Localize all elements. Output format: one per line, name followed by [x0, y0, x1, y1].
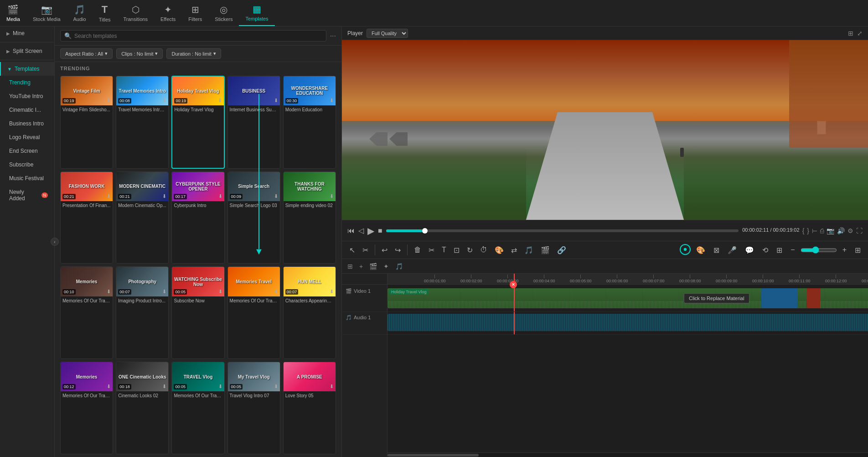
search-input[interactable]	[74, 33, 322, 39]
scrollbar-thumb[interactable]	[388, 454, 479, 457]
template-card-11[interactable]: Photography 00:07 ⬇ Imaging Product Intr…	[116, 266, 169, 359]
template-card-0[interactable]: Vintage Film 00:19 ⬇ Vintage Film Slides…	[60, 76, 113, 169]
timeline-scrollbar[interactable]	[388, 452, 868, 457]
template-card-17[interactable]: TRAVEL Vlog 00:05 ⬇ Memories Of Our Trav…	[171, 362, 224, 454]
toolbar-item-stock[interactable]: 📷 Stock Media	[26, 0, 67, 26]
color-btn[interactable]: 🎨	[492, 244, 506, 256]
sidebar-item-logo[interactable]: Logo Reveal	[0, 130, 54, 144]
blue-segment[interactable]	[761, 288, 798, 308]
motion-btn[interactable]: ⟲	[760, 244, 771, 256]
template-card-10[interactable]: Memories 00:10 ⬇ Memories Of Our Trav...	[60, 266, 113, 359]
record-btn[interactable]: ⏺	[680, 244, 691, 255]
subtitle-btn[interactable]: 💬	[742, 244, 757, 256]
mic-btn[interactable]: 🎤	[725, 244, 739, 256]
cut-btn[interactable]: ✂	[426, 244, 437, 256]
search-box[interactable]: 🔍	[60, 30, 326, 42]
mask-btn[interactable]: ⊠	[711, 244, 722, 256]
toolbar-item-media[interactable]: 🎬 Media	[0, 0, 26, 26]
progress-bar[interactable]	[386, 229, 739, 232]
stop-btn[interactable]: ■	[378, 227, 382, 235]
insert-btn[interactable]: ⊢	[812, 227, 817, 234]
tl-tool1[interactable]: ⊞	[346, 262, 355, 271]
toolbar-item-effects[interactable]: ✦ Effects	[154, 0, 182, 26]
template-card-9[interactable]: THANKS FOR WATCHING ⬇ Simple ending vide…	[283, 171, 336, 264]
sidebar-collapse-btn[interactable]: ‹	[51, 238, 59, 246]
undo-btn[interactable]: ↩	[379, 244, 390, 256]
timeline-tracks-area[interactable]: 00:00:01:0000:00:02:0000:00:03:0000:00:0…	[388, 274, 868, 457]
red-segment[interactable]	[807, 288, 821, 308]
toolbar-item-templates[interactable]: ▦ Templates	[239, 0, 274, 26]
audio-track-row[interactable]	[388, 312, 868, 335]
crop-btn[interactable]: ⊡	[451, 244, 462, 256]
text-btn[interactable]: T	[439, 244, 449, 256]
sidebar-item-youtube[interactable]: YouTube Intro	[0, 89, 54, 103]
sidebar-item-business[interactable]: Business Intro	[0, 117, 54, 130]
template-card-15[interactable]: Memories 00:12 ⬇ Memories Of Our Trav...	[60, 362, 113, 454]
sidebar-item-templates[interactable]: ▼ Templates	[0, 62, 54, 76]
sidebar-item-subscribe[interactable]: Subscribe	[0, 158, 54, 171]
template-card-18[interactable]: My Travel Vlog 00:05 ⬇ Travel Vlog Intro…	[227, 362, 280, 454]
template-card-14[interactable]: HUN MELL 00:07 ⬇ Characters Appearing ..…	[283, 266, 336, 359]
zoom-in-btn[interactable]: +	[840, 244, 849, 256]
template-card-4[interactable]: WONDERSHARE EDUCATION 00:30 ⬇ Modern Edu…	[283, 76, 336, 169]
template-card-1[interactable]: Travel Memories Intro 00:08 ⬇ Travel Mem…	[116, 76, 169, 169]
video-btn[interactable]: 🎬	[538, 244, 553, 256]
template-card-3[interactable]: BUSINESS ⬇ Internet Business Sum...	[227, 76, 280, 169]
link-btn[interactable]: 🔗	[554, 244, 569, 256]
clips-filter[interactable]: Clips : No limit ▾	[116, 48, 163, 59]
audio-clip[interactable]	[388, 314, 868, 331]
sidebar-item-endscreen[interactable]: End Screen	[0, 144, 54, 158]
speed-btn[interactable]: ⏱	[477, 244, 490, 256]
sidebar-item-trending[interactable]: Trending	[0, 76, 54, 89]
sidebar-item-newly[interactable]: Newly Added N	[0, 185, 54, 205]
fullscreen-btn[interactable]: ⛶	[856, 227, 863, 234]
toolbar-item-filters[interactable]: ⊞ Filters	[182, 0, 208, 26]
template-card-16[interactable]: ONE Cinematic Looks 00:18 ⬇ Cinematic Lo…	[116, 362, 169, 454]
tl-audio-btn[interactable]: 🎵	[393, 262, 405, 271]
aspect-ratio-filter[interactable]: Aspect Ratio : All ▾	[60, 48, 113, 59]
mark-out-btn[interactable]: }	[807, 227, 809, 234]
template-card-6[interactable]: MODERN CINEMATIC 00:21 ⬇ Modern Cinemati…	[116, 171, 169, 264]
skip-back-btn[interactable]: ⏮	[347, 227, 355, 235]
zoom-slider[interactable]	[801, 244, 837, 256]
toolbar-item-transitions[interactable]: ⬡ Transitions	[117, 0, 154, 26]
sidebar-item-split[interactable]: ▶ Split Screen	[0, 44, 54, 58]
tl-video-btn[interactable]: 🎬	[367, 262, 379, 271]
video-track-row[interactable]: ✕ Holiday Travel Vlog Click to Replace M…	[388, 285, 868, 312]
template-card-7[interactable]: CYBERPUNK STYLE OPENER 00:17 ⬇ Cyberpunk…	[171, 171, 224, 264]
player-fullscreen-btn[interactable]: ⤢	[857, 30, 863, 37]
sidebar-item-mine[interactable]: ▶ Mine	[0, 26, 54, 40]
player-layout-btn[interactable]: ⊞	[848, 30, 853, 37]
screenshot-btn[interactable]: 📷	[827, 227, 834, 234]
settings-btn[interactable]: ⚙	[847, 227, 853, 234]
color-grade-btn[interactable]: 🎨	[693, 244, 708, 256]
grid-btn[interactable]: ⊞	[852, 244, 863, 256]
template-card-8[interactable]: Simple Search 00:09 ⬇ Simple Search Logo…	[227, 171, 280, 264]
mark-in-btn[interactable]: {	[802, 227, 805, 234]
sidebar-item-cinematic[interactable]: Cinematic I...	[0, 103, 54, 117]
duration-filter[interactable]: Duration : No limit ▾	[166, 48, 221, 59]
zoom-out-btn[interactable]: −	[788, 244, 797, 256]
toolbar-item-titles[interactable]: T Titles	[93, 0, 117, 26]
quality-select[interactable]: Full Quality Half Quality	[367, 29, 408, 38]
volume-btn[interactable]: 🔊	[837, 227, 845, 234]
more-button[interactable]: ···	[330, 32, 336, 40]
tl-tool2[interactable]: +	[357, 262, 365, 271]
trim-tool[interactable]: ✂	[360, 244, 371, 256]
select-tool[interactable]: ↖	[346, 244, 358, 256]
redo-btn[interactable]: ↪	[392, 244, 403, 256]
template-card-5[interactable]: FASHION WORK 00:21 ⬇ Presentation Of Fin…	[60, 171, 113, 264]
toolbar-item-stickers[interactable]: ◎ Stickers	[208, 0, 239, 26]
toolbar-item-audio[interactable]: 🎵 Audio	[67, 0, 93, 26]
snapshot-btn[interactable]: ⎙	[820, 227, 824, 234]
sidebar-item-music[interactable]: Music Festival	[0, 171, 54, 185]
delete-btn[interactable]: 🗑	[411, 244, 424, 256]
template-card-13[interactable]: Memories Travel ⬇ Memories Of Our Trav..…	[227, 266, 280, 359]
template-card-2[interactable]: Holiday Travel Vlog 00:19 ⬇ Holiday Trav…	[171, 76, 224, 169]
audio-btn[interactable]: 🎵	[522, 244, 536, 256]
template-card-12[interactable]: WATCHING Subscribe Now 00:05 ⬇ Subscribe…	[171, 266, 224, 359]
rotate-btn[interactable]: ↻	[464, 244, 475, 256]
pip-btn[interactable]: ⊞	[774, 244, 785, 256]
step-back-btn[interactable]: ◁	[358, 226, 364, 235]
play-btn[interactable]: ▶	[367, 225, 374, 236]
